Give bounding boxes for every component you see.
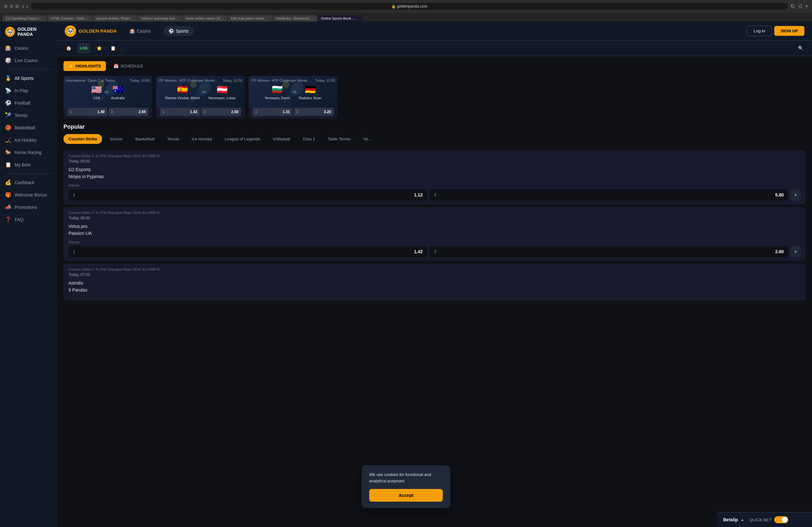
match-expand-2[interactable]: ▾ [791, 246, 801, 257]
toggle-switch[interactable] [774, 516, 788, 523]
odd-value-3-1: 1.31 [282, 110, 290, 114]
card-bg-icon-1: 🎾 [96, 81, 120, 103]
featured-odd-1-2[interactable]: 2 2.65 [108, 108, 148, 116]
sport-tab-dota2[interactable]: Dota 2 [298, 134, 320, 144]
sport-tab-ice-hockey[interactable]: Ice Hockey [187, 134, 217, 144]
card-bg-icon-2: 🎾 [189, 81, 213, 103]
sidebar-item-ice-hockey[interactable]: 🏒 Ice Hockey [0, 134, 57, 146]
sport-tab-tabletennis[interactable]: Table Tennis [322, 134, 356, 144]
sidebar-item-faq[interactable]: ❓ FAQ [0, 213, 57, 226]
match-league-2: Counter-Strike 2 [69, 211, 94, 214]
odd-val-1-2: 5.80 [775, 192, 784, 197]
sport-tab-more[interactable]: Vo... [358, 134, 377, 144]
odd-val-2-1: 1.42 [414, 249, 422, 254]
sidebar-item-horse-racing[interactable]: 🐎 Horse Racing [0, 146, 57, 159]
toggle-knob [782, 517, 787, 523]
browser-tab-4[interactable]: Výherní automaty online... [137, 15, 182, 21]
login-button[interactable]: Log in [747, 26, 772, 36]
casino-nav-icon: 🎰 [130, 29, 135, 34]
browser-forward[interactable]: › [26, 3, 28, 10]
live-indicator[interactable]: LIVE [77, 43, 90, 53]
promotions-icon: 📣 [5, 204, 11, 210]
sidebar-label-football: Football [15, 101, 30, 106]
ice-hockey-icon: 🏒 [5, 137, 11, 143]
betslip-button[interactable]: Betslip ▲ [723, 517, 744, 522]
match-tournament-3: A | PW Shanghai Major 2024: EU RMR B [96, 268, 160, 271]
browser-tab-1[interactable]: CZ Gambling Pages Inser... [2, 15, 47, 21]
sport-tab-tennis[interactable]: Tennis [162, 134, 184, 144]
sidebar-label-my-bets: My Bets [15, 162, 31, 167]
odd-value-2-2: 2.60 [231, 110, 238, 114]
sidebar-item-all-sports[interactable]: 🏅 All Sports [0, 72, 57, 84]
signup-button[interactable]: SIGN UP [774, 26, 804, 36]
sidebar-label-faq: FAQ [15, 217, 24, 222]
sidebar-item-cashback[interactable]: 💰 Cashback [0, 176, 57, 189]
match-odd-1-2[interactable]: 2 5.80 [430, 189, 788, 200]
browser-url-bar[interactable]: 🔒 goldenpanda.com [30, 3, 788, 10]
highlights-icon: ⚡ [69, 64, 74, 69]
sidebar-item-live-casino[interactable]: 🎲 Live Casino [0, 54, 57, 66]
search-icon[interactable]: 🔍 [796, 43, 806, 53]
featured-card-1[interactable]: 🎾 International · Davis Cup Teams Today,… [63, 76, 152, 119]
quick-bet-label: QUICK BET [750, 517, 772, 522]
browser-tab-6[interactable]: Kde hrát poker online? H... [228, 15, 272, 21]
sidebar-item-tennis[interactable]: 🎾 Tennis [0, 109, 57, 121]
sidebar-label-welcome-bonus: Welcome Bonus [15, 192, 47, 197]
browser-close[interactable] [4, 4, 8, 8]
match-odd-2-2[interactable]: 2 2.80 [430, 246, 788, 257]
sport-tab-lol[interactable]: League of Legends [220, 134, 265, 144]
betslip-list-icon[interactable]: 📋 [108, 43, 118, 53]
browser-maximize[interactable] [15, 4, 19, 8]
sport-tab-volleyball[interactable]: Volleyball [268, 134, 295, 144]
odd-num-1-2: 2 [434, 192, 436, 197]
featured-card-2[interactable]: 🎾 ITF Women · ATP Challenger Monte... To… [156, 76, 245, 119]
match-expand-1[interactable]: ▾ [791, 189, 801, 200]
sport-tab-basketball[interactable]: Basketball [130, 134, 160, 144]
sport-tab-counterstrike[interactable]: Counter-Strike [63, 134, 102, 144]
cookie-accept-button[interactable]: Accept [369, 489, 443, 502]
browser-tab-7[interactable]: Nástěnka › Business2Co... [273, 15, 317, 21]
basketball-icon: 🏀 [5, 124, 11, 131]
browser-minimize[interactable] [10, 4, 13, 8]
odd-label-1: 1 [70, 110, 72, 114]
sport-tab-soccer[interactable]: Soccer [105, 134, 128, 144]
sidebar-item-my-bets[interactable]: 📋 My Bets [0, 159, 57, 171]
browser-tab-8[interactable]: Online Sports Book - Bet... [318, 15, 362, 21]
sidebar-item-casino[interactable]: 🎰 Casino [0, 42, 57, 54]
header-logo-text: GOLDEN PANDA [79, 28, 117, 34]
featured-odd-3-1[interactable]: 1 1.31 [252, 108, 292, 116]
featured-card-3[interactable]: 🎾 ITF Women · ATP Challenger Monte... To… [249, 76, 337, 119]
sidebar-item-basketball[interactable]: 🏀 Basketball [0, 121, 57, 134]
featured-odd-1-1[interactable]: 1 1.49 [67, 108, 107, 116]
match-odd-1-1[interactable]: 1 1.12 [69, 189, 427, 200]
cookie-text: We use cookies for functional and analyt… [369, 471, 443, 484]
featured-odd-3-2[interactable]: 2 3.20 [294, 108, 334, 116]
nav-sports[interactable]: ⚽ Sports [163, 26, 193, 36]
tab-schedule[interactable]: 📅 SCHEDULE [108, 61, 148, 71]
odd-value-3-2: 3.20 [324, 110, 331, 114]
home-icon[interactable]: 🏠 [63, 43, 74, 53]
browser-newtab[interactable]: + [805, 3, 808, 10]
featured-odd-2-2[interactable]: 2 2.60 [201, 108, 241, 116]
featured-odd-2-1[interactable]: 1 1.43 [160, 108, 200, 116]
sidebar-item-promotions[interactable]: 📣 Promotions [0, 201, 57, 213]
sidebar-label-casino: Casino [15, 46, 29, 51]
sidebar-item-in-play[interactable]: 📡 In Play [0, 84, 57, 97]
browser-share[interactable]: ⎙ [799, 3, 802, 9]
browser-tab-5[interactable]: Nové online casino 2024... [183, 15, 227, 21]
featured-card-1-league: International · Davis Cup Teams [66, 79, 115, 82]
browser-tab-3[interactable]: Upravit stránku *Ruleta... [92, 15, 137, 21]
quick-bet-toggle[interactable]: QUICK BET [750, 516, 788, 523]
favorites-icon[interactable]: ⭐ [94, 43, 104, 53]
browser-chrome: ‹ › 🔒 goldenpanda.com ↻ ⎙ + [0, 0, 812, 13]
browser-tab-2[interactable]: HTML Cleaner - Online B... [47, 15, 92, 21]
sidebar-item-welcome-bonus[interactable]: 🎁 Welcome Bonus [0, 189, 57, 201]
nav-casino[interactable]: 🎰 Casino [125, 26, 156, 36]
browser-refresh[interactable]: ↻ [791, 3, 795, 10]
header-logo: 🐼 GOLDEN PANDA [65, 25, 117, 37]
tab-highlights[interactable]: ⚡ HIGHLIGHTS [63, 61, 106, 71]
browser-back[interactable]: ‹ [22, 3, 24, 10]
featured-card-1-odds: 1 1.49 2 2.65 [63, 108, 152, 119]
sidebar-item-football[interactable]: ⚽ Football [0, 97, 57, 109]
match-odd-2-1[interactable]: 1 1.42 [69, 246, 427, 257]
